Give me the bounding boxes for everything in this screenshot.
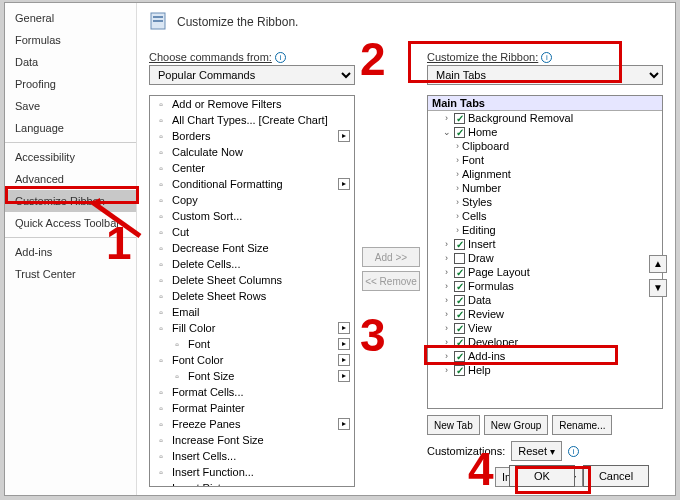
commands-listbox[interactable]: ▫Add or Remove Filters▫All Chart Types..… — [149, 95, 355, 487]
tree-tab-item[interactable]: ›Draw — [442, 251, 662, 265]
expand-icon[interactable]: › — [456, 155, 459, 165]
expand-icon[interactable]: › — [442, 114, 451, 123]
tree-tab-item[interactable]: ›Formulas — [442, 279, 662, 293]
command-item[interactable]: ▫Cut — [150, 224, 354, 240]
command-item[interactable]: ▫Font Color▸ — [150, 352, 354, 368]
move-down-button[interactable]: ▼ — [649, 279, 667, 297]
command-item[interactable]: ▫Insert Picture — [150, 480, 354, 487]
command-item[interactable]: ▫Format Cells... — [150, 384, 354, 400]
command-item[interactable]: ▫All Chart Types... [Create Chart] — [150, 112, 354, 128]
nav-item[interactable]: Proofing — [5, 73, 136, 95]
nav-item[interactable]: Data — [5, 51, 136, 73]
expand-icon[interactable]: › — [456, 225, 459, 235]
expand-icon[interactable]: › — [456, 197, 459, 207]
command-item[interactable]: ▫Email — [150, 304, 354, 320]
cancel-button[interactable]: Cancel — [583, 465, 649, 487]
command-item[interactable]: ▫Delete Sheet Columns — [150, 272, 354, 288]
command-item[interactable]: ▫Conditional Formatting▸ — [150, 176, 354, 192]
reset-button[interactable]: Reset ▾ — [511, 441, 562, 461]
expand-icon[interactable]: › — [442, 324, 451, 333]
expand-icon[interactable]: › — [442, 310, 451, 319]
nav-item[interactable]: Customize Ribbon — [5, 190, 136, 212]
tree-group-item[interactable]: ›Font — [456, 153, 662, 167]
info-icon[interactable]: i — [541, 52, 552, 63]
ribbon-tree[interactable]: Main Tabs ›Background Removal⌄Home›Clipb… — [427, 95, 663, 409]
tree-group-item[interactable]: ›Styles — [456, 195, 662, 209]
checkbox[interactable] — [454, 295, 465, 306]
nav-item[interactable]: Accessibility — [5, 142, 136, 168]
command-item[interactable]: ▫Center — [150, 160, 354, 176]
command-item[interactable]: ▫Copy — [150, 192, 354, 208]
new-group-button[interactable]: New Group — [484, 415, 549, 435]
tree-group-item[interactable]: ›Alignment — [456, 167, 662, 181]
remove-button[interactable]: << Remove — [362, 271, 420, 291]
expand-icon[interactable]: › — [442, 268, 451, 277]
expand-icon[interactable]: › — [442, 254, 451, 263]
command-item[interactable]: ▫Insert Function... — [150, 464, 354, 480]
expand-icon[interactable]: › — [442, 282, 451, 291]
checkbox[interactable] — [454, 239, 465, 250]
tree-tab-item[interactable]: ›View — [442, 321, 662, 335]
nav-item[interactable]: General — [5, 7, 136, 29]
nav-item[interactable]: Save — [5, 95, 136, 117]
expand-icon[interactable]: › — [456, 211, 459, 221]
expand-icon[interactable]: › — [456, 183, 459, 193]
checkbox[interactable] — [454, 323, 465, 334]
checkbox[interactable] — [454, 351, 465, 362]
checkbox[interactable] — [454, 127, 465, 138]
command-item[interactable]: ▫Format Painter — [150, 400, 354, 416]
checkbox[interactable] — [454, 365, 465, 376]
nav-item[interactable]: Quick Access Toolbar — [5, 212, 136, 234]
checkbox[interactable] — [454, 267, 465, 278]
checkbox[interactable] — [454, 309, 465, 320]
command-item[interactable]: ▫Custom Sort... — [150, 208, 354, 224]
tree-tab-item[interactable]: ›Developer — [442, 335, 662, 349]
command-item[interactable]: ▫Fill Color▸ — [150, 320, 354, 336]
command-item[interactable]: ▫Increase Font Size — [150, 432, 354, 448]
expand-icon[interactable]: › — [442, 240, 451, 249]
ok-button[interactable]: OK — [509, 465, 575, 487]
tree-tab-item[interactable]: ›Review — [442, 307, 662, 321]
tree-tab-item[interactable]: ›Data — [442, 293, 662, 307]
command-item[interactable]: ▫Decrease Font Size — [150, 240, 354, 256]
rename-button[interactable]: Rename... — [552, 415, 612, 435]
nav-item[interactable]: Add-ins — [5, 237, 136, 263]
command-item[interactable]: ▫Insert Cells... — [150, 448, 354, 464]
expand-icon[interactable]: › — [442, 338, 451, 347]
command-item[interactable]: ▫Font Size▸ — [150, 368, 354, 384]
new-tab-button[interactable]: New Tab — [427, 415, 480, 435]
nav-item[interactable]: Trust Center — [5, 263, 136, 285]
add-button[interactable]: Add >> — [362, 247, 420, 267]
checkbox[interactable] — [454, 253, 465, 264]
tree-group-item[interactable]: ›Number — [456, 181, 662, 195]
customize-ribbon-select[interactable]: Main Tabs — [427, 65, 663, 85]
info-icon[interactable]: i — [275, 52, 286, 63]
info-icon[interactable]: i — [568, 446, 579, 457]
collapse-icon[interactable]: ⌄ — [442, 128, 451, 137]
command-item[interactable]: ▫Borders▸ — [150, 128, 354, 144]
nav-item[interactable]: Advanced — [5, 168, 136, 190]
tree-tab-item[interactable]: ›Background Removal — [442, 111, 662, 125]
command-item[interactable]: ▫Calculate Now — [150, 144, 354, 160]
expand-icon[interactable]: › — [442, 366, 451, 375]
checkbox[interactable] — [454, 337, 465, 348]
tree-group-item[interactable]: ›Editing — [456, 223, 662, 237]
checkbox[interactable] — [454, 113, 465, 124]
expand-icon[interactable]: › — [456, 141, 459, 151]
command-item[interactable]: ▫Freeze Panes▸ — [150, 416, 354, 432]
nav-item[interactable]: Formulas — [5, 29, 136, 51]
checkbox[interactable] — [454, 281, 465, 292]
tree-tab-item[interactable]: ›Insert — [442, 237, 662, 251]
command-item[interactable]: ▫Font▸ — [150, 336, 354, 352]
tree-tab-item[interactable]: ›Page Layout — [442, 265, 662, 279]
command-item[interactable]: ▫Add or Remove Filters — [150, 96, 354, 112]
tree-group-item[interactable]: ›Clipboard — [456, 139, 662, 153]
tree-group-item[interactable]: ›Cells — [456, 209, 662, 223]
move-up-button[interactable]: ▲ — [649, 255, 667, 273]
expand-icon[interactable]: › — [442, 296, 451, 305]
expand-icon[interactable]: › — [456, 169, 459, 179]
expand-icon[interactable]: › — [442, 352, 451, 361]
tree-tab-item[interactable]: ›Add-ins — [442, 349, 662, 363]
choose-commands-select[interactable]: Popular Commands — [149, 65, 355, 85]
command-item[interactable]: ▫Delete Cells... — [150, 256, 354, 272]
